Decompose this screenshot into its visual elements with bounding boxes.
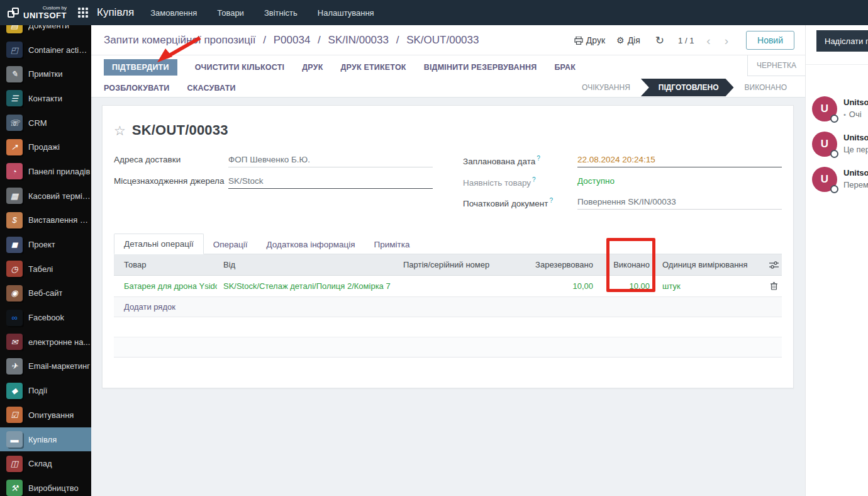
printer-icon (574, 37, 583, 45)
col-product[interactable]: Товар (114, 260, 217, 269)
apps-menu-icon[interactable] (78, 8, 88, 18)
cell-from[interactable]: SK/Stock/Стелаж деталі/Полиця 2/Комірка … (217, 281, 397, 291)
add-row-link[interactable]: Додати рядок (114, 302, 175, 312)
confirm-button[interactable]: ПІДТВЕРДИТИ (104, 59, 177, 76)
container-actions-icon: ◰ (6, 42, 23, 58)
scheduled-date-label: Запланована дата? (463, 154, 577, 167)
col-from[interactable]: Від (217, 260, 397, 269)
scheduled-date-field[interactable]: 22.08.2024 20:24:15 (577, 154, 782, 167)
breadcrumb: Запити комерційної пропозиції / P00034 /… (104, 34, 479, 47)
print-labels-button[interactable]: ДРУК ЕТИКЕТОК (340, 59, 406, 76)
sidebar-item-timesheets[interactable]: ◷ Табелі (0, 257, 91, 281)
facebook-icon: ∞ (6, 310, 23, 326)
tab-note[interactable]: Примітка (365, 235, 420, 254)
timesheets-icon: ◷ (6, 261, 23, 277)
sidebar-item-facebook[interactable]: ∞ Facebook (0, 305, 91, 330)
breadcrumb-p00034[interactable]: P00034 (274, 34, 311, 46)
tab-additional-info[interactable]: Додаткова інформація (257, 235, 365, 254)
cell-reserved[interactable]: 10,00 (501, 281, 599, 291)
breadcrumb-sk-out: SK/OUT/00033 (406, 34, 479, 46)
new-button[interactable]: Новий (746, 31, 794, 50)
sidebar-item-invoicing[interactable]: $ Виставлення ра... (0, 208, 91, 233)
chatter-message[interactable]: U Unitso Це пер (812, 132, 868, 157)
col-lot[interactable]: Партія/серійний номер (397, 260, 501, 269)
breadcrumb-sk-in[interactable]: SK/IN/00033 (328, 34, 389, 46)
send-message-button[interactable]: Надіслати пе (816, 30, 868, 52)
cancel-button[interactable]: СКАСУВАТИ (187, 80, 235, 96)
sidebar-item-sales[interactable]: ↗ Продажі (0, 135, 91, 159)
sidebar-item-notes[interactable]: ✎ Примітки (0, 62, 91, 86)
menu-orders[interactable]: Замовлення (150, 8, 197, 18)
col-done[interactable]: Виконано (599, 260, 656, 269)
chatter-message[interactable]: U Unitso Перем (812, 167, 868, 192)
menu-products[interactable]: Товари (217, 8, 244, 18)
delivery-address-field[interactable]: ФОП Шевченко Б.Ю. (228, 154, 433, 167)
pos-icon: ▦ (6, 188, 23, 204)
sidebar-item-contacts[interactable]: ☰ Контакти (0, 86, 91, 111)
elearning-icon: ✉ (6, 334, 23, 350)
print-action-button[interactable]: ДРУК (302, 59, 323, 76)
help-icon: ? (532, 176, 536, 183)
status-ready[interactable]: ПІДГОТОВЛЕНО (641, 79, 734, 96)
control-panel: Запити комерційної пропозиції / P00034 /… (91, 25, 805, 55)
crm-icon: ☏ (6, 115, 23, 131)
sidebar-item-inventory[interactable]: ◫ Склад (0, 451, 91, 476)
sidebar-item-documents[interactable]: ▤ Документи (0, 25, 91, 38)
sidebar-item-email-marketing[interactable]: ✈ Email-маркетинг (0, 354, 91, 379)
cell-uom[interactable]: штук (656, 281, 764, 291)
cell-product[interactable]: Батарея для дрона Ysido (114, 281, 217, 291)
sidebar-item-events[interactable]: ◆ Події (0, 378, 91, 403)
sidebar-item-elearning[interactable]: ✉ електронне на... (0, 330, 91, 354)
source-document-field[interactable]: Повернення SK/IN/00033 (577, 196, 782, 210)
menu-settings[interactable]: Налаштування (318, 8, 374, 18)
print-button[interactable]: Друк (574, 35, 605, 45)
empty-row (114, 317, 782, 337)
status-badge (830, 115, 838, 123)
scrap-button[interactable]: БРАК (554, 59, 576, 76)
app-sidebar: ▤ Документи ◰ Container actions ✎ Приміт… (0, 25, 91, 496)
sidebar-item-crm[interactable]: ☏ CRM (0, 111, 91, 135)
status-done[interactable]: ВИКОНАНО (735, 83, 797, 92)
sidebar-item-dashboards[interactable]: ◔ Панелі приладів (0, 159, 91, 184)
sidebar-item-project[interactable]: ◼ Проект (0, 232, 91, 257)
action-button[interactable]: ⚙ Дія (616, 35, 640, 45)
avatar: U (812, 96, 837, 121)
status-draft[interactable]: ЧЕРНЕТКА (747, 55, 805, 76)
website-icon: ◉ (6, 285, 23, 302)
email-marketing-icon: ✈ (6, 358, 23, 375)
unreserve-button[interactable]: ВІДМІНИТИ РЕЗЕРВУВАННЯ (424, 59, 537, 76)
delete-row-button[interactable] (764, 282, 783, 290)
sales-icon: ↗ (6, 139, 23, 155)
status-waiting[interactable]: ОЧІКУВАННЯ (572, 83, 640, 92)
availability-value: Доступно (577, 175, 782, 188)
current-app-name[interactable]: Купівля (97, 6, 134, 19)
cell-done[interactable]: 10,00 (599, 281, 656, 291)
tab-operations[interactable]: Операції (204, 235, 257, 254)
unlock-button[interactable]: РОЗБЛОКУВАТИ (104, 80, 169, 96)
clear-quantities-button[interactable]: ОЧИСТИТИ КІЛЬКОСТІ (195, 59, 285, 76)
availability-label: Наявність товару? (463, 175, 577, 188)
breadcrumb-rfq[interactable]: Запити комерційної пропозиції (104, 34, 256, 46)
unitsoft-logo[interactable]: Custom by UNITSOFT (0, 6, 75, 20)
tab-detailed-operations[interactable]: Детальні операції (114, 234, 204, 254)
sidebar-item-container-actions[interactable]: ◰ Container actions (0, 38, 91, 62)
source-location-field[interactable]: SK/Stock (228, 175, 433, 189)
delivery-address-label: Адреса доставки (114, 154, 228, 167)
sidebar-item-surveys[interactable]: ☑ Опитування (0, 403, 91, 427)
table-row[interactable]: Батарея для дрона Ysido SK/Stock/Стелаж … (114, 276, 782, 297)
pager-prev-icon[interactable]: ‹ (705, 35, 711, 47)
sidebar-item-purchase[interactable]: ▬ Купівля (0, 427, 91, 452)
sidebar-item-website[interactable]: ◉ Веб-сайт (0, 281, 91, 306)
source-document-label: Початковий документ? (463, 196, 577, 210)
col-reserved[interactable]: Зарезервовано (501, 260, 599, 269)
col-uom[interactable]: Одиниця вимірювання (656, 260, 764, 269)
pager-next-icon[interactable]: › (723, 35, 730, 47)
optional-columns-button[interactable] (764, 261, 783, 269)
chatter-message[interactable]: U Unitso •Очі (812, 96, 868, 121)
page-title: SK/OUT/00033 (132, 122, 228, 138)
sidebar-item-pos[interactable]: ▦ Касовий термін... (0, 184, 91, 208)
refresh-icon[interactable]: ↻ (655, 34, 664, 47)
favorite-star-icon[interactable]: ☆ (114, 124, 126, 137)
sidebar-item-manufacturing[interactable]: ⚒ Виробництво (0, 476, 91, 496)
menu-reporting[interactable]: Звітність (264, 8, 298, 18)
